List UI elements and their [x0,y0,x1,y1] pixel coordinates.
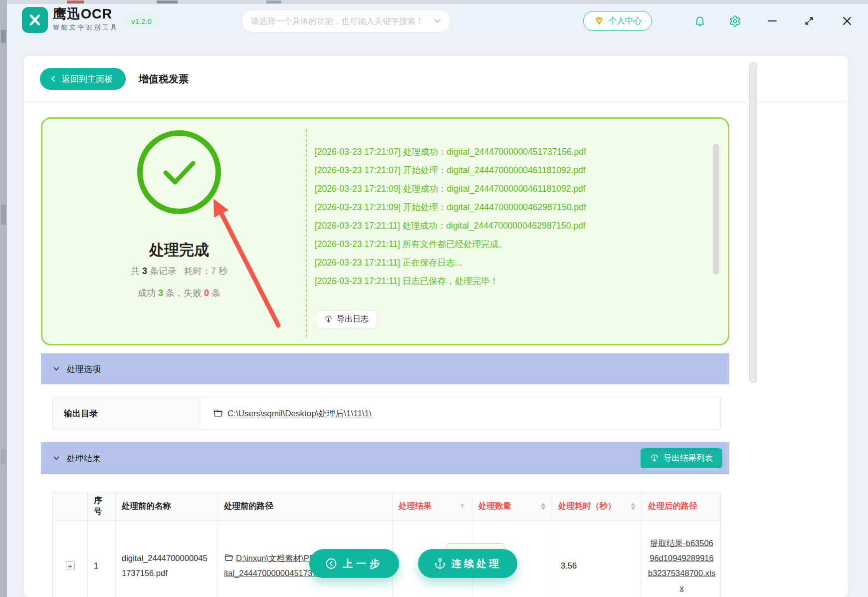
window-scrollbar[interactable] [749,62,757,383]
folder-icon [213,408,223,418]
export-log-label: 导出日志 [337,314,369,324]
page-title: 增值税发票 [139,72,189,86]
success-count: 3 [158,288,163,298]
results-table: 序号 处理前的名称 处理前的路径 处理结果 处理数量 处理耗时（秒） [52,492,721,597]
section-options-title: 处理选项 [67,363,101,375]
circle-arrow-left-icon [325,558,337,570]
section-results-bar[interactable]: 处理结果 导出结果列表 [41,442,729,474]
desktop-edge-top [7,0,868,4]
filter-funnel-icon[interactable] [459,503,466,510]
output-dir-path-link[interactable]: C:\Users\sqmil\Desktop\处理后\1\11\1\ [227,408,372,419]
main-content-card: 返回到主面板 增值税发票 处理完成 共 3 条记录 耗时：7 秒 成功 3 条，… [24,56,848,597]
vip-gem-icon [594,15,605,26]
header-result[interactable]: 处理结果 [393,492,472,520]
close-button[interactable] [841,15,853,27]
process-summary-panel: 处理完成 共 3 条记录 耗时：7 秒 成功 3 条，失败 0 条 [2026-… [41,117,729,345]
log-line: [2026-03-23 17:21:11] 处理成功：digital_24447… [315,217,709,235]
record-stats: 共 3 条记录 耗时：7 秒 [79,265,279,277]
continue-process-button[interactable]: 连续处理 [418,549,517,578]
anchor-icon [434,558,446,570]
settings-gear-icon[interactable] [728,14,741,27]
version-badge: v1.2.0 [126,15,157,27]
back-to-dashboard-button[interactable]: 返回到主面板 [40,68,126,90]
fail-count: 0 [204,288,209,298]
header-index: 序号 [88,492,116,520]
log-line: [2026-03-23 17:21:07] 开始处理：digital_24447… [315,161,709,180]
user-center-label: 个人中心 [609,15,642,26]
row-duration: 3.56 [552,521,642,597]
previous-step-button[interactable]: 上一步 [309,549,399,578]
minimize-button[interactable] [766,15,778,27]
chevron-left-icon [50,75,57,82]
log-scrollbar[interactable] [713,144,719,275]
process-log-list: [2026-03-23 17:21:07] 处理成功：digital_24447… [315,143,709,291]
continue-process-label: 连续处理 [451,557,501,571]
row-index: 1 [88,521,116,597]
chevron-down-icon [434,17,441,25]
success-fail-stats: 成功 3 条，失败 0 条 [79,287,279,299]
app-name: 鹰迅OCR [53,5,112,23]
user-center-button[interactable]: 个人中心 [583,11,652,31]
function-search-select[interactable] [241,9,451,32]
header-source-path: 处理前的路径 [218,492,393,520]
app-logo-icon [22,7,48,33]
maximize-button[interactable] [803,15,815,27]
panel-separator [306,129,307,337]
previous-step-label: 上一步 [343,557,383,571]
header-duration[interactable]: 处理耗时（秒） [552,492,642,520]
log-line: [2026-03-23 17:21:09] 处理成功：digital_24447… [315,180,709,198]
row-source-name: digital_24447000000451737156.pdf [122,551,212,581]
log-line: [2026-03-23 17:21:07] 处理成功：digital_24447… [315,143,709,161]
chevron-down-icon [53,455,60,462]
section-options-bar[interactable]: 处理选项 [41,353,729,384]
row-expand-button[interactable]: + [66,561,75,570]
table-header-row: 序号 处理前的名称 处理前的路径 处理结果 处理数量 处理耗时（秒） [53,492,720,521]
log-line: [2026-03-23 17:21:11] 正在保存日志... [315,254,709,272]
total-count: 3 [142,266,147,276]
status-title: 处理完成 [104,240,254,261]
sort-carets-icon[interactable] [631,503,636,510]
log-line: [2026-03-23 17:21:09] 开始处理：digital_24447… [315,198,709,217]
export-icon [324,315,333,323]
output-dir-row: 输出目录 C:\Users\sqmil\Desktop\处理后\1\11\1\ [52,397,721,430]
header-output-path: 处理后的路径 [642,492,721,520]
header-count[interactable]: 处理数量 [472,492,552,520]
header-source-name: 处理前的名称 [116,492,218,520]
title-bar: 鹰迅OCR 智能文字识别工具 v1.2.0 个人中心 [7,0,868,42]
success-check-icon [137,130,221,214]
header-expand [53,492,88,520]
log-line: [2026-03-23 17:21:11] 日志已保存，处理完毕！ [315,272,709,291]
output-dir-label: 输出目录 [53,397,200,429]
notification-bell-icon[interactable] [693,14,706,27]
chevron-down-icon [53,365,60,372]
export-icon [650,454,659,463]
sort-carets-icon[interactable] [541,503,546,510]
desktop-edge-strip [0,0,7,597]
folder-icon [224,553,233,563]
export-result-list-label: 导出结果列表 [663,453,713,464]
search-input[interactable] [251,16,430,26]
section-results-title: 处理结果 [67,453,101,464]
export-log-button[interactable]: 导出日志 [316,310,377,328]
elapsed-time: 耗时：7 秒 [184,266,227,276]
app-subtitle: 智能文字识别工具 [53,23,119,32]
row-output-path-link[interactable]: 提取结果-b6350696d10949289916b32375348700.xl… [648,536,715,596]
export-result-list-button[interactable]: 导出结果列表 [641,448,722,468]
log-line: [2026-03-23 17:21:11] 所有文件都已经处理完成。 [315,235,709,254]
back-button-label: 返回到主面板 [62,73,113,85]
header-divider [24,101,848,101]
